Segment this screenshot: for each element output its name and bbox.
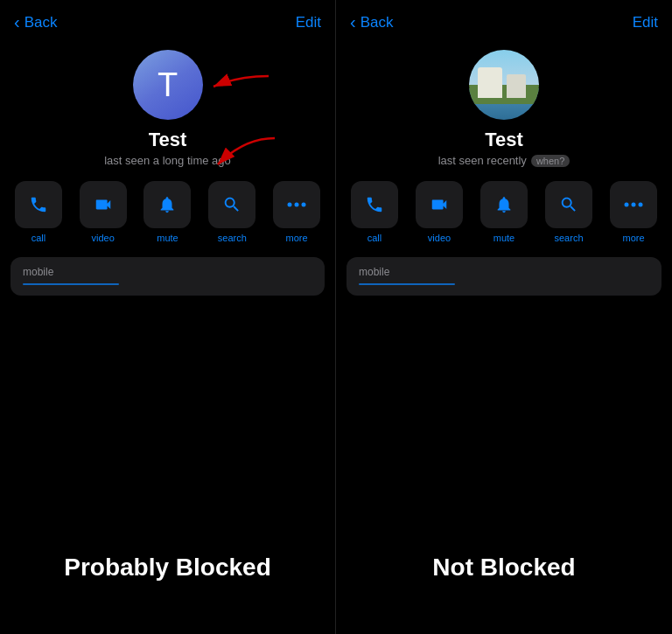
svg-point-4	[302, 203, 306, 207]
left-panel: ‹ Back Edit T Test last seen a long time…	[0, 0, 336, 634]
avatar-right	[469, 50, 539, 120]
svg-point-5	[625, 203, 629, 207]
avatar-container-right	[469, 50, 539, 120]
search-icon-right	[559, 195, 578, 214]
cliff2-layer	[507, 74, 526, 98]
avatar-left: T	[133, 50, 203, 120]
chevron-left-icon-right: ‹	[350, 12, 356, 32]
edit-button-left[interactable]: Edit	[296, 14, 321, 31]
call-btn-right[interactable]: call	[346, 181, 402, 243]
search-icon-left	[222, 195, 242, 214]
call-icon-box-left	[15, 181, 62, 228]
info-underline-right	[359, 283, 455, 285]
more-icon-box-left	[273, 181, 320, 228]
back-button-right[interactable]: ‹ Back	[350, 12, 393, 32]
avatar-initial-left: T	[158, 66, 178, 104]
avatar-container-left: T	[133, 50, 203, 120]
call-label-right: call	[368, 233, 382, 243]
call-btn-left[interactable]: call	[10, 181, 66, 243]
call-icon-right	[365, 195, 384, 214]
last-seen-left: last seen a long time ago	[104, 154, 231, 167]
contact-name-right: Test	[485, 129, 523, 151]
last-seen-right: last seen recently when?	[438, 154, 570, 167]
more-icon-box-right	[610, 181, 657, 228]
info-label-right: mobile	[359, 266, 649, 278]
info-label-left: mobile	[23, 266, 312, 278]
info-card-right: mobile	[346, 257, 662, 296]
svg-point-7	[639, 203, 643, 207]
bottom-label-right: Not Blocked	[336, 554, 672, 582]
mute-label-left: mute	[157, 233, 178, 243]
right-panel: ‹ Back Edit Test last seen recently when…	[336, 0, 672, 634]
more-label-right: more	[622, 233, 644, 243]
svg-point-2	[288, 203, 292, 207]
mute-btn-left[interactable]: mute	[140, 181, 196, 243]
more-icon-left	[287, 202, 306, 207]
svg-point-3	[295, 203, 299, 207]
bottom-label-left: Probably Blocked	[0, 554, 335, 582]
edit-button-right[interactable]: Edit	[633, 14, 658, 31]
more-icon-right	[624, 202, 643, 207]
back-button-left[interactable]: ‹ Back	[14, 12, 57, 32]
video-icon-box-right	[416, 181, 463, 228]
mute-label-right: mute	[494, 233, 514, 243]
when-badge-right[interactable]: when?	[531, 155, 570, 167]
search-btn-left[interactable]: search	[204, 181, 260, 243]
svg-point-6	[632, 203, 636, 207]
mute-icon-left	[158, 195, 177, 214]
more-label-left: more	[286, 233, 308, 243]
video-btn-right[interactable]: video	[411, 181, 467, 243]
search-btn-right[interactable]: search	[541, 181, 597, 243]
actions-row-left: call video mute search	[0, 181, 335, 243]
mute-icon-box-right	[480, 181, 528, 228]
mute-btn-right[interactable]: mute	[476, 181, 532, 243]
mute-icon-right	[494, 195, 514, 214]
back-label-right: Back	[360, 14, 394, 31]
actions-row-right: call video mute search	[336, 181, 672, 243]
video-icon-box-left	[80, 181, 127, 228]
video-icon-left	[94, 195, 113, 214]
call-label-left: call	[32, 233, 46, 243]
back-label-left: Back	[24, 14, 58, 31]
chevron-left-icon: ‹	[14, 12, 20, 32]
video-label-right: video	[428, 233, 451, 243]
more-btn-left[interactable]: more	[269, 181, 325, 243]
arrow-to-avatar	[203, 59, 273, 94]
video-icon-right	[430, 195, 449, 214]
more-btn-right[interactable]: more	[606, 181, 662, 243]
video-label-left: video	[92, 233, 115, 243]
info-card-left: mobile	[10, 257, 325, 296]
contact-name-left: Test	[149, 129, 187, 151]
search-icon-box-left	[208, 181, 256, 228]
nav-bar-left: ‹ Back Edit	[0, 0, 335, 39]
mute-icon-box-left	[144, 181, 191, 228]
search-icon-box-right	[545, 181, 592, 228]
nav-bar-right: ‹ Back Edit	[336, 0, 672, 39]
last-seen-text-left: last seen a long time ago	[104, 154, 231, 167]
search-label-right: search	[554, 233, 583, 243]
call-icon-left	[29, 195, 48, 214]
search-label-left: search	[218, 233, 247, 243]
last-seen-text-right: last seen recently	[438, 154, 527, 167]
video-btn-left[interactable]: video	[75, 181, 131, 243]
cliff-layer	[478, 67, 502, 98]
call-icon-box-right	[351, 181, 398, 228]
info-underline-left	[23, 283, 119, 285]
